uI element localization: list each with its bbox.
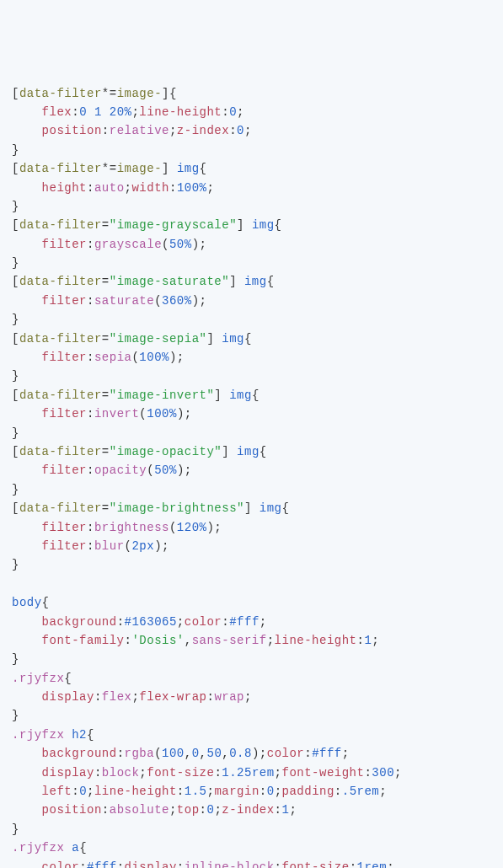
code-line: height:auto;width:100%;: [12, 179, 491, 197]
code-line: .rjyfzx h2{: [12, 726, 491, 744]
code-line: background:rgba(100,0,50,0.8);color:#fff…: [12, 744, 491, 763]
code-line: .rjyfzx a{: [12, 839, 491, 857]
code-line: filter:brightness(120%);: [12, 518, 491, 537]
code-line: [data-filter="image-sepia"] img{: [12, 330, 491, 348]
code-line: }: [12, 367, 491, 385]
code-block: [data-filter*=image-]{ flex:0 1 20%;line…: [12, 84, 491, 868]
code-line: [data-filter="image-invert"] img{: [12, 386, 491, 405]
code-line: }: [12, 820, 491, 839]
code-line: filter:saturate(360%);: [12, 292, 491, 310]
code-line: flex:0 1 20%;line-height:0;: [12, 103, 491, 121]
code-line: }: [12, 706, 491, 725]
code-line: }: [12, 424, 491, 442]
code-line: filter:grayscale(50%);: [12, 235, 491, 254]
code-line: [data-filter="image-saturate"] img{: [12, 272, 491, 291]
code-line: }: [12, 650, 491, 668]
code-line: }: [12, 141, 491, 159]
code-line: filter:sepia(100%);: [12, 348, 491, 367]
code-line: [data-filter*=image-]{: [12, 84, 491, 103]
code-line: display:flex;flex-wrap:wrap;: [12, 688, 491, 706]
code-line: position:absolute;top:0;z-index:1;: [12, 801, 491, 819]
code-line: filter:invert(100%);: [12, 405, 491, 423]
code-line: [data-filter*=image-] img{: [12, 159, 491, 178]
code-line: filter:opacity(50%);: [12, 461, 491, 480]
code-line: }: [12, 480, 491, 499]
code-line: }: [12, 310, 491, 329]
code-line: left:0;line-height:1.5;margin:0;padding:…: [12, 782, 491, 801]
code-line: }: [12, 555, 491, 574]
code-line: font-family:'Dosis',sans-serif;line-heig…: [12, 631, 491, 650]
code-line: }: [12, 254, 491, 272]
code-line: [data-filter="image-grayscale"] img{: [12, 216, 491, 234]
code-line: display:block;font-size:1.25rem;font-wei…: [12, 764, 491, 782]
code-line: .rjyfzx{: [12, 669, 491, 688]
code-line: body{: [12, 593, 491, 612]
code-line: color:#fff;display:inline-block;font-siz…: [12, 858, 491, 868]
code-line: [data-filter="image-opacity"] img{: [12, 442, 491, 461]
code-line: filter:blur(2px);: [12, 537, 491, 555]
code-line: position:relative;z-index:0;: [12, 121, 491, 140]
code-line: background:#163065;color:#fff;: [12, 613, 491, 631]
code-line: [data-filter="image-brightness"] img{: [12, 499, 491, 517]
code-line: }: [12, 197, 491, 216]
code-line: [12, 575, 491, 593]
